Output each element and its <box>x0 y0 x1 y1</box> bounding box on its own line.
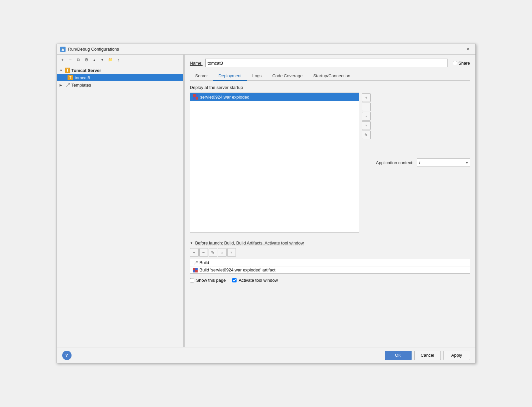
svg-point-1 <box>62 48 63 49</box>
share-checkbox[interactable] <box>453 61 457 65</box>
templates-label: Templates <box>72 83 91 88</box>
window-title: Run/Debug Configurations <box>68 47 461 52</box>
tab-deployment[interactable]: Deployment <box>213 71 247 81</box>
share-row: Share <box>453 61 470 66</box>
share-label: Share <box>458 61 470 66</box>
artifact-edit-button[interactable]: ✎ <box>362 131 371 139</box>
tomcat-server-group: ▼ T Tomcat Server T <box>57 67 183 81</box>
cancel-label: Cancel <box>421 353 434 358</box>
activate-tool-window-label: Activate tool window <box>239 278 278 283</box>
down-arrow-icon: ▼ <box>101 58 104 62</box>
app-context-row: Application context: / /app /servlet0924… <box>376 93 470 232</box>
close-button[interactable]: × <box>464 45 472 53</box>
group-expand-arrow: ▼ <box>60 69 64 72</box>
tomcat8-label: tomcat8 <box>75 75 90 80</box>
tab-logs-label: Logs <box>252 73 262 78</box>
artifact-add-button[interactable]: + <box>362 93 371 102</box>
before-launch-down-button[interactable]: ▼ <box>227 248 236 257</box>
svg-rect-9 <box>196 97 198 100</box>
templates-expand-arrow: ▶ <box>60 83 64 87</box>
tabs-bar: Server Deployment Logs Code Coverage Sta… <box>190 71 470 81</box>
plus-icon: + <box>61 57 64 62</box>
svg-rect-11 <box>195 268 198 270</box>
show-this-page-checkbox-item[interactable]: Show this page <box>190 278 226 283</box>
artifact-up-icon: ▲ <box>365 115 368 118</box>
tab-deployment-label: Deployment <box>219 73 242 78</box>
up-arrow-icon: ▲ <box>93 58 96 62</box>
artifact-remove-button[interactable]: − <box>362 103 371 111</box>
before-launch-item-0[interactable]: Build <box>190 259 470 266</box>
app-context-select[interactable]: / /app /servlet0924 <box>417 158 470 167</box>
svg-rect-7 <box>196 94 198 97</box>
copy-config-button[interactable]: ⧉ <box>75 56 82 64</box>
before-launch-build-label: Build <box>200 260 209 265</box>
help-button[interactable]: ? <box>62 351 72 360</box>
activate-tool-window-checkbox[interactable] <box>232 278 237 282</box>
before-launch-header[interactable]: ▼ Before launch: Build, Build Artifacts,… <box>190 240 470 245</box>
show-this-page-label: Show this page <box>196 278 226 283</box>
before-launch-up-button[interactable]: ▲ <box>218 248 227 257</box>
title-bar: Run/Debug Configurations × <box>57 44 475 55</box>
left-toolbar: + − ⧉ ⚙ ▲ ▼ 📁 <box>57 55 183 65</box>
templates-icon <box>65 82 70 88</box>
tab-logs[interactable]: Logs <box>247 71 267 81</box>
run-debug-dialog: Run/Debug Configurations × + − ⧉ ⚙ ▲ <box>57 44 476 363</box>
move-down-button[interactable]: ▼ <box>99 56 106 64</box>
remove-config-button[interactable]: − <box>67 56 74 64</box>
wrench-icon: ⚙ <box>85 57 89 62</box>
activate-tool-window-checkbox-item[interactable]: Activate tool window <box>232 278 278 283</box>
cancel-button[interactable]: Cancel <box>414 351 441 360</box>
tab-startup-connection[interactable]: Startup/Connection <box>308 71 355 81</box>
checkboxes-row: Show this page Activate tool window <box>190 276 470 284</box>
apply-button[interactable]: Apply <box>443 351 470 360</box>
templates-group-header[interactable]: ▶ Templates <box>57 81 183 89</box>
ok-button[interactable]: OK <box>385 351 412 360</box>
tab-code-coverage-label: Code Coverage <box>272 73 302 78</box>
before-launch-remove-icon: − <box>202 250 205 255</box>
svg-text:T: T <box>66 68 69 73</box>
sort-button[interactable]: ↕ <box>115 56 122 64</box>
bottom-bar: ? OK Cancel Apply <box>57 347 475 363</box>
tomcat-server-label: Tomcat Server <box>72 68 101 73</box>
move-up-button[interactable]: ▲ <box>91 56 98 64</box>
app-context-select-wrapper: / /app /servlet0924 ▼ <box>417 158 470 167</box>
sort-icon: ↕ <box>117 57 119 62</box>
tomcat8-config-item[interactable]: T tomcat8 <box>57 74 183 81</box>
help-icon: ? <box>66 353 68 358</box>
templates-group: ▶ Templates <box>57 81 183 89</box>
artifact-up-button[interactable]: ▲ <box>362 112 371 121</box>
tab-code-coverage[interactable]: Code Coverage <box>267 71 308 81</box>
artifact-down-button[interactable]: ▼ <box>362 121 371 130</box>
before-launch-toolbar: + − ✎ ▲ ▼ <box>190 248 470 257</box>
add-config-button[interactable]: + <box>59 56 66 64</box>
before-launch-remove-button[interactable]: − <box>199 248 208 257</box>
folder-button[interactable]: 📁 <box>107 56 114 64</box>
artifact-list-toolbar: + − ▲ ▼ ✎ <box>362 93 371 232</box>
apply-label: Apply <box>451 353 462 358</box>
left-panel: + − ⧉ ⚙ ▲ ▼ 📁 <box>57 55 183 347</box>
window-icon <box>60 47 66 52</box>
before-launch-list: Build Build 'servlet0924:war exploded' a… <box>190 259 470 274</box>
before-launch-item-1[interactable]: Build 'servlet0924:war exploded' artifac… <box>190 266 470 273</box>
before-launch-add-button[interactable]: + <box>190 248 199 257</box>
artifact-item-0[interactable]: servlet0924:war exploded <box>190 93 359 101</box>
name-input[interactable] <box>205 59 447 67</box>
tab-server[interactable]: Server <box>190 71 213 81</box>
tomcat8-icon: T <box>68 75 73 80</box>
before-launch-artifact-label: Build 'servlet0924:war exploded' artifac… <box>200 267 275 272</box>
show-this-page-checkbox[interactable] <box>190 278 194 282</box>
copy-icon: ⧉ <box>77 57 80 63</box>
settings-button[interactable]: ⚙ <box>83 56 90 64</box>
artifact-list[interactable]: servlet0924:war exploded <box>190 93 359 232</box>
artifact-item-label: servlet0924:war exploded <box>200 95 250 100</box>
svg-rect-10 <box>193 268 195 270</box>
ok-label: OK <box>395 353 401 358</box>
artifact-build-icon <box>193 268 198 272</box>
artifact-remove-icon: − <box>365 105 368 110</box>
tomcat-server-group-header[interactable]: ▼ T Tomcat Server <box>57 67 183 74</box>
before-launch-edit-button[interactable]: ✎ <box>209 248 217 257</box>
deploy-section-label: Deploy at the server startup <box>190 85 470 90</box>
tomcat-server-icon: T <box>65 68 70 73</box>
tab-server-label: Server <box>195 73 208 78</box>
before-launch-up-icon: ▲ <box>221 251 224 254</box>
